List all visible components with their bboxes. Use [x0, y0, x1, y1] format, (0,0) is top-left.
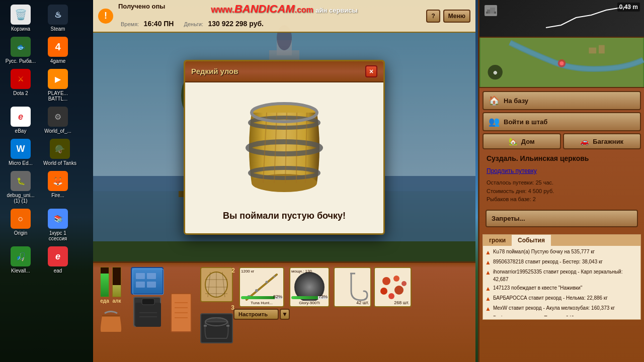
configure-button[interactable]: Настроить — [233, 309, 279, 320]
top-bar: www.BANDICAM.com айн сервисы ! Получено … — [93, 0, 475, 33]
bait-count: 42 шт. — [356, 300, 369, 305]
events-tabs: гроки События — [483, 235, 640, 246]
right-panel: 0,43 m ⊕ � — [478, 0, 644, 362]
desktop-icon-steam[interactable]: ♨ Steam — [40, 3, 76, 34]
bait2-slot[interactable]: 268 шт. — [374, 267, 412, 307]
slot-number-2: 2 — [231, 267, 235, 274]
time-label: Время: — [121, 21, 139, 27]
notebook-item[interactable] — [166, 263, 196, 362]
tab-players[interactable]: гроки — [483, 235, 512, 246]
reel-name: Glory-900Ti — [291, 301, 328, 305]
desktop-icon-micro[interactable]: W Micro Ed... — [3, 137, 39, 168]
modal-header: Редкий улов × — [185, 61, 383, 82]
desktop: www.BANDICAM.com айн сервисы ! Получено … — [0, 0, 644, 362]
alc-label: алк — [113, 298, 121, 304]
event-item: ▲ Ku78 поймал(а) Пустую бочку на 535,777… — [485, 248, 638, 257]
svg-rect-77 — [589, 48, 596, 54]
menu-button[interactable]: Меню — [443, 10, 470, 23]
location-info: Осталось путевки: 25 час. Стоимость дня:… — [482, 176, 641, 206]
pot-item[interactable] — [200, 313, 233, 343]
barrel-image — [234, 93, 335, 203]
bucket-item[interactable] — [97, 306, 125, 333]
event-item: ▲ MexW ставит рекорд - Акула мелкозубая:… — [485, 304, 638, 313]
alc-bar: алк — [112, 267, 121, 304]
modal-title: Редкий улов — [191, 67, 238, 75]
bait2-count: 268 шт. — [394, 300, 409, 305]
received-label: Получено опы — [118, 3, 165, 10]
home-button[interactable]: 🏡 Дом — [482, 133, 561, 149]
desktop-icon-korzina[interactable]: 🗑️ Корзина — [3, 3, 39, 34]
net-item[interactable] — [200, 267, 233, 302]
bottom-toolbar: еда алк — [93, 261, 475, 362]
svg-rect-30 — [136, 273, 145, 279]
extend-link[interactable]: Продлить путевку — [482, 167, 641, 174]
money-label: Деньги: — [184, 21, 203, 27]
warning-icon: ! — [98, 9, 113, 24]
svg-point-65 — [394, 286, 404, 295]
svg-rect-70 — [486, 12, 488, 14]
trunk-button[interactable]: 🚗 Багажник — [563, 133, 641, 149]
staff-button[interactable]: 👥 Войти в штаб — [482, 112, 641, 131]
desktop-icon-rybak[interactable]: 🐟 Русс. Рыба... — [3, 35, 39, 66]
desktop-icon-kurs[interactable]: 📚 1курс 1 ccессия — [40, 207, 76, 243]
rare-catch-modal: Редкий улов × — [184, 60, 385, 235]
slot-number-3: 3 — [231, 304, 234, 311]
location-name: Суздаль. Ильинская церковь — [482, 151, 641, 165]
desktop-icon-debug[interactable]: 🐛 debug_uni... (1) (1) — [3, 169, 39, 206]
hook-slot[interactable]: 42 шт. — [334, 267, 371, 307]
event-item: ▲ 147123 побеждает в квесте "Наживки" — [485, 284, 638, 293]
rod-slot[interactable]: 82% Tuna Hunt... 1200 кг — [239, 267, 284, 307]
minimap-icon — [485, 5, 497, 16]
desktop-icon-klevall[interactable]: 🎣 Klevall... — [3, 244, 39, 276]
events-panel: гроки События ▲ Ku78 поймал(а) Пустую бо… — [482, 234, 641, 320]
base-button[interactable]: 🏠 На базу — [482, 91, 641, 110]
svg-text:⊕: ⊕ — [493, 70, 497, 75]
minimap-map[interactable]: ⊕ — [479, 38, 644, 88]
right-buttons: 🏠 На базу 👥 Войти в штаб 🏡 Дом 🚗 Багажни… — [479, 88, 644, 232]
desktop-icon-ebay[interactable]: e eBay — [3, 105, 39, 136]
reel-power: мощн.: 130 — [291, 269, 312, 274]
time-value: 16:40 ПН — [144, 20, 174, 28]
reel-percent: 73% — [318, 294, 328, 299]
svg-rect-32 — [136, 282, 145, 288]
tackle-box-1[interactable] — [131, 267, 164, 295]
minimap-top: 0,43 m — [479, 0, 644, 38]
svg-point-60 — [273, 276, 275, 278]
modal-close-button[interactable]: × — [365, 65, 377, 77]
svg-rect-34 — [135, 303, 161, 327]
svg-point-62 — [382, 277, 390, 285]
desktop-icon-ead[interactable]: e ead — [40, 244, 76, 276]
modal-content: Вы поймали пустую бочку! — [185, 82, 383, 233]
svg-point-58 — [255, 289, 258, 292]
svg-point-66 — [388, 293, 394, 299]
modal-overlay: Редкий улов × — [93, 33, 475, 261]
money-value: 130 922 298 руб. — [208, 20, 264, 28]
desktop-icon-world[interactable]: ⚙ World_of_... — [40, 105, 76, 136]
distance-value: 0,43 m — [617, 3, 640, 12]
desktop-icon-origin[interactable]: ○ Origin — [3, 207, 39, 243]
svg-point-74 — [560, 61, 564, 65]
question-button[interactable]: ? — [426, 10, 440, 23]
bag-item[interactable] — [133, 297, 161, 327]
taskbar-left: 🗑️ Корзина ♨ Steam 🐟 Русс. Рыба... 4 4ga… — [0, 0, 93, 362]
desktop-icon-firefox[interactable]: 🦊 Fire... — [40, 169, 76, 206]
desktop-icon-dota2[interactable]: ⚔ Dota 2 — [3, 67, 39, 104]
food-bar: еда — [100, 267, 109, 304]
svg-rect-78 — [599, 45, 605, 54]
svg-point-64 — [380, 288, 387, 295]
svg-rect-35 — [142, 299, 154, 305]
svg-point-59 — [266, 281, 268, 284]
desktop-icon-wot[interactable]: 🪖 World of Tanks — [40, 137, 80, 168]
modal-message: Вы поймали пустую бочку! — [223, 211, 346, 221]
desktop-icon-player[interactable]: ▶ PLAYE... BATTL... — [40, 67, 76, 104]
event-item: ▲ БАРБАРОССА ставит рекорд - Нельма: 22,… — [485, 294, 638, 303]
svg-point-67 — [401, 281, 407, 286]
reel-slot[interactable]: 73% мощн.: 130 Glory-900Ti — [289, 267, 330, 307]
desktop-icon-4game[interactable]: 4 4game — [40, 35, 76, 66]
svg-rect-33 — [147, 282, 156, 288]
tab-events[interactable]: События — [512, 235, 551, 246]
svg-rect-71 — [494, 12, 496, 14]
event-item: ▲ ihorwarrior199525335 ставит рекорд - К… — [485, 268, 638, 283]
restrictions-button[interactable]: Запреты... — [486, 210, 638, 227]
rod-name: Tuna Hunt... — [241, 301, 282, 305]
